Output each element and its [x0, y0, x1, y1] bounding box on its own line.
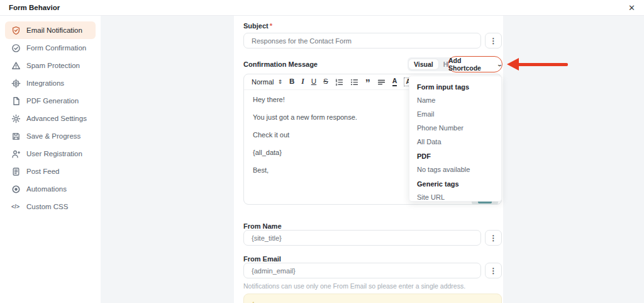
sidebar-item-spam-protection[interactable]: Spam Protection — [5, 57, 96, 74]
chevron-down-icon: ⌄ — [497, 62, 502, 67]
file-icon — [11, 96, 21, 106]
warning-triangle-icon — [11, 61, 21, 71]
sidebar-item-pdf-generation[interactable]: PDF Generation — [5, 92, 96, 110]
kebab-icon: ⋮ — [490, 234, 497, 243]
text-color-button[interactable]: A — [392, 77, 397, 86]
settings-sidebar: Email Notification Form Confirmation Spa… — [0, 16, 101, 303]
sidebar-item-label: PDF Generation — [26, 97, 79, 105]
sidebar-item-label: Form Confirmation — [26, 44, 86, 52]
sidebar-item-label: Email Notification — [26, 26, 82, 34]
kebab-icon: ⋮ — [490, 266, 497, 275]
check-circle-icon — [11, 43, 21, 53]
sidebar-item-label: Automations — [26, 185, 67, 193]
sidebar-item-label: Save & Progress — [26, 132, 80, 140]
sidebar-item-custom-css[interactable]: </> Custom CSS — [5, 198, 96, 215]
menu-item-no-tags: No tags available — [409, 163, 501, 176]
menu-group-header: PDF — [409, 149, 501, 163]
from-email-note: Notifications can use only one From Emai… — [243, 282, 465, 290]
menu-group-header: Form input tags — [409, 79, 501, 93]
from-name-input[interactable]: {site_title} — [243, 230, 481, 246]
menu-item-all-data[interactable]: All Data — [409, 135, 501, 149]
sidebar-item-label: Custom CSS — [26, 203, 68, 210]
required-asterisk: * — [270, 22, 272, 30]
updown-caret-icon: ⇕ — [277, 79, 282, 85]
page-title: Form Behavior — [9, 4, 60, 11]
warning-box: ⚠ — [243, 294, 502, 303]
from-name-options-button[interactable]: ⋮ — [485, 230, 502, 246]
menu-item-site-url[interactable]: Site URL — [409, 190, 501, 202]
warning-icon: ⚠ — [250, 300, 257, 303]
sidebar-item-label: Advanced Settings — [26, 115, 87, 122]
sidebar-item-label: Integrations — [26, 79, 64, 87]
paragraph-style-select[interactable]: Normal ⇕ — [252, 79, 282, 86]
sidebar-item-label: User Registration — [26, 150, 82, 157]
menu-item-name[interactable]: Name — [409, 93, 501, 107]
from-email-options-button[interactable]: ⋮ — [485, 263, 502, 278]
subject-options-button[interactable]: ⋮ — [485, 33, 502, 49]
sidebar-item-label: Post Feed — [26, 168, 59, 175]
gear-icon — [11, 114, 21, 123]
sidebar-item-save-progress[interactable]: Save & Progress — [5, 127, 96, 145]
confirmation-message-label: Confirmation Message — [243, 60, 318, 68]
strikethrough-button[interactable]: S — [323, 78, 328, 86]
user-plus-icon — [11, 149, 21, 159]
save-icon — [11, 132, 21, 141]
sidebar-item-advanced-settings[interactable]: Advanced Settings — [5, 110, 96, 127]
underline-button[interactable]: U — [311, 78, 316, 86]
subject-input[interactable]: Responses for the Contact Form — [243, 33, 481, 49]
sidebar-item-automations[interactable]: Automations — [5, 180, 96, 198]
shield-check-icon — [11, 26, 21, 35]
menu-item-email[interactable]: Email — [409, 107, 501, 121]
top-bar: Form Behavior ✕ — [0, 0, 644, 16]
menu-item-phone-number[interactable]: Phone Number — [409, 121, 501, 135]
tab-visual[interactable]: Visual — [409, 59, 438, 69]
sidebar-item-user-registration[interactable]: User Registration — [5, 145, 96, 163]
sidebar-item-integrations[interactable]: Integrations — [5, 74, 96, 92]
code-icon: </> — [11, 202, 21, 212]
italic-button[interactable]: I — [301, 78, 304, 86]
add-shortcode-button[interactable]: Add Shortcode ⌄ — [448, 56, 502, 72]
sidebar-item-label: Spam Protection — [26, 62, 80, 69]
arrow-line — [518, 63, 568, 66]
shortcode-dropdown-menu: Form input tags Name Email Phone Number … — [409, 76, 502, 202]
align-icon[interactable] — [377, 78, 386, 86]
from-email-input[interactable]: {admin_email} — [243, 263, 481, 278]
menu-group-header: Generic tags — [409, 176, 501, 190]
post-icon — [11, 167, 21, 176]
sidebar-item-post-feed[interactable]: Post Feed — [5, 163, 96, 180]
sidebar-item-email-notification[interactable]: Email Notification — [5, 21, 96, 39]
close-icon[interactable]: ✕ — [628, 4, 635, 12]
bold-button[interactable]: B — [289, 78, 294, 86]
blockquote-button[interactable]: ” — [365, 79, 370, 89]
bullet-list-icon[interactable] — [350, 78, 358, 86]
subject-label: Subject* — [243, 22, 272, 30]
sidebar-item-form-confirmation[interactable]: Form Confirmation — [5, 39, 96, 57]
kebab-icon: ⋮ — [490, 37, 497, 45]
chip-icon — [11, 79, 21, 88]
target-icon — [11, 185, 21, 194]
from-email-label: From Email — [243, 255, 281, 263]
from-name-label: From Name — [243, 222, 282, 230]
ordered-list-icon[interactable] — [335, 78, 343, 86]
